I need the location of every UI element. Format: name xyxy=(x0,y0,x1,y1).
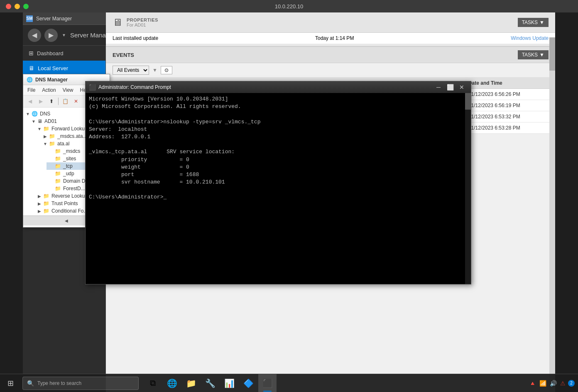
dns-up-button[interactable]: ⬆ xyxy=(47,97,56,106)
taskbar-app-cmd[interactable]: ⬛ xyxy=(258,374,277,392)
msdcs2-icon: 📁 xyxy=(55,148,61,154)
dns-root-icon: 🌐 xyxy=(32,111,38,117)
update-value: Today at 1:14 PM xyxy=(315,35,354,41)
events-tasks-label: TASKS xyxy=(522,52,538,58)
powershell-icon: 🔷 xyxy=(243,378,254,388)
tasks-button[interactable]: TASKS ▼ xyxy=(518,18,549,27)
sm-app-icon: SM xyxy=(26,15,33,22)
cmd-close-button[interactable]: ✕ xyxy=(456,83,468,92)
sidebar-item-local-server[interactable]: 🖥 Local Server xyxy=(23,61,105,76)
dns-forward-button[interactable]: ▶ xyxy=(36,97,46,106)
taskbar-app-powershell[interactable]: 🔷 xyxy=(239,374,257,392)
mac-close-button[interactable] xyxy=(6,4,11,9)
conditional-label: Conditional Fo... xyxy=(51,208,88,214)
cmd-maximize-button[interactable]: ⬜ xyxy=(444,83,456,92)
mac-window-buttons[interactable] xyxy=(6,4,29,9)
start-icon: ⊞ xyxy=(7,379,14,388)
taskbar-app-server-manager[interactable]: 🔧 xyxy=(201,374,219,392)
taskbar-app-explorer[interactable]: 📁 xyxy=(182,374,200,392)
nav-dropdown-button[interactable]: ▼ xyxy=(61,29,67,42)
cmd-scrollbar[interactable] xyxy=(465,93,471,284)
domaindns-icon: 📁 xyxy=(55,178,61,184)
events-filter-dropdown[interactable]: All Events xyxy=(113,66,149,75)
cell-time: 11/12/2023 6:56:26 PM xyxy=(464,89,555,100)
sm-vertical-scrollbar[interactable] xyxy=(549,37,555,392)
nav-back-button[interactable]: ◀ xyxy=(28,29,41,42)
msdcs-label: _msdcs.ata... xyxy=(57,133,87,139)
properties-label: PROPERTIES xyxy=(127,17,158,22)
ata-icon: 📁 xyxy=(49,141,55,147)
update-label: Last installed update xyxy=(113,35,158,41)
search-icon: 🔍 xyxy=(27,380,34,387)
dns-menu-view[interactable]: View xyxy=(59,86,77,94)
edge-icon: 🌐 xyxy=(167,378,177,388)
cmd-icon-tb: ⬛ xyxy=(262,378,273,388)
tree-toggle: ▼ xyxy=(25,112,31,116)
notification-badge[interactable]: 2 xyxy=(568,380,575,387)
tcp-label: _tcp xyxy=(63,163,73,169)
forestd-icon: 📁 xyxy=(55,186,61,191)
cmd-minimize-button[interactable]: ─ xyxy=(433,83,444,92)
systray-caret[interactable]: 🔺 xyxy=(529,380,536,387)
dns-back-button[interactable]: ◀ xyxy=(25,97,35,106)
dns-toolbar-divider xyxy=(58,98,59,105)
dashboard-icon: ⊞ xyxy=(29,50,34,56)
cmd-scroll-thumb xyxy=(465,93,471,110)
mac-minimize-button[interactable] xyxy=(15,4,20,9)
windows-update-row: Last installed update Today at 1:14 PM W… xyxy=(106,33,555,44)
reverse-label: Reverse Looku... xyxy=(51,193,89,199)
cmd-app-icon: ⬛ xyxy=(89,84,96,91)
cell-time: 11/12/2023 6:53:32 PM xyxy=(464,111,555,122)
systray-warning[interactable]: ⚠ xyxy=(560,380,566,387)
reverse-icon: 📁 xyxy=(43,193,49,199)
ad01-toggle: ▼ xyxy=(31,119,37,124)
dns-menu-action[interactable]: Action xyxy=(39,86,59,94)
forestd-label: ForestD... xyxy=(63,186,85,191)
udp-icon: 📁 xyxy=(55,171,61,176)
events-tasks-icon: ▼ xyxy=(539,52,544,58)
events-section-title: EVENTS xyxy=(113,52,134,58)
ata-label: ata.al xyxy=(57,141,69,147)
cmd-window-controls: ─ ⬜ ✕ xyxy=(433,83,468,92)
taskbar-right: 🔺 📶 🔊 ⚠ 2 xyxy=(529,380,578,387)
events-filter-row: All Events ▼ ⊙ xyxy=(106,63,555,78)
cmd-titlebar: ⬛ Administrator: Command Prompt ─ ⬜ ✕ xyxy=(86,81,471,93)
sidebar-dashboard-label: Dashboard xyxy=(37,50,64,56)
systray-volume[interactable]: 🔊 xyxy=(550,380,557,387)
taskbar-app-taskview[interactable]: ⧉ xyxy=(144,374,162,392)
tasks-label: TASKS xyxy=(522,20,538,25)
events-collapse-button[interactable]: ⊙ xyxy=(161,66,172,74)
windows-update-link[interactable]: Windows Update xyxy=(511,35,549,41)
explorer-icon: 📁 xyxy=(186,378,196,388)
taskview-icon: ⧉ xyxy=(150,378,156,388)
cmd-content-area[interactable]: Microsoft Windows [Version 10.0.20348.20… xyxy=(86,93,471,284)
udp-label: _udp xyxy=(63,171,74,176)
col-time: Date and Time xyxy=(464,78,555,89)
events-tasks-button[interactable]: TASKS ▼ xyxy=(518,50,549,59)
systray-network[interactable]: 📶 xyxy=(539,380,546,387)
cmd-prompt-window: ⬛ Administrator: Command Prompt ─ ⬜ ✕ Mi… xyxy=(85,81,471,284)
taskbar-app-edge[interactable]: 🌐 xyxy=(163,374,181,392)
local-server-icon: 🖥 xyxy=(29,65,34,71)
dns-delete-button[interactable]: ✕ xyxy=(71,97,81,106)
cell-time: 11/12/2023 6:53:28 PM xyxy=(464,122,555,134)
sidebar-item-dashboard[interactable]: ⊞ Dashboard xyxy=(23,46,105,61)
mac-maximize-button[interactable] xyxy=(23,4,29,9)
dns-menu-file[interactable]: File xyxy=(24,86,39,94)
nav-forward-button[interactable]: ▶ xyxy=(44,29,58,42)
msdcs-toggle: ▶ xyxy=(42,134,48,139)
sm-scrollbar-thumb xyxy=(549,37,555,71)
taskbar-search[interactable]: 🔍 Type here to search xyxy=(22,377,139,390)
fwd-toggle: ▼ xyxy=(37,127,42,131)
dns-app-icon: 🌐 xyxy=(27,77,33,83)
events-filter-label: ▼ xyxy=(152,67,157,73)
trust-label: Trust Points xyxy=(51,201,78,206)
taskbar-app-monitor[interactable]: 📊 xyxy=(220,374,238,392)
start-button[interactable]: ⊞ xyxy=(0,374,21,392)
msdcs2-label: _msdcs xyxy=(63,148,80,154)
collapse-arrow: ◀ xyxy=(65,218,68,223)
properties-header: 🖥 PROPERTIES For AD01 TASKS ▼ xyxy=(106,12,555,33)
dns-copy-button[interactable]: 📋 xyxy=(60,97,70,106)
mac-titlebar: 10.0.220.10 xyxy=(0,0,578,12)
properties-icon-area: 🖥 PROPERTIES For AD01 xyxy=(113,17,158,28)
